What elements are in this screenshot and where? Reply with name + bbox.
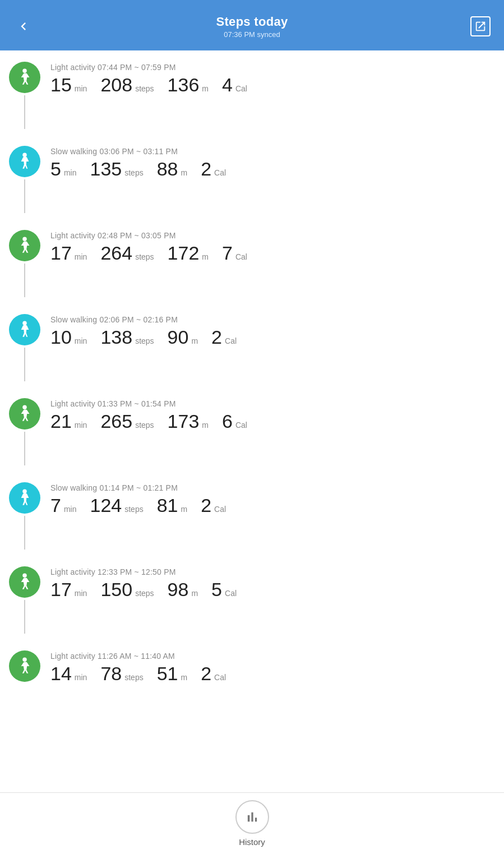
history-icon-circle [235, 800, 269, 834]
min-value: 14 [50, 664, 72, 683]
cal-unit: Cal [214, 673, 226, 682]
steps-unit: steps [124, 673, 143, 682]
dist-value: 98 [168, 580, 189, 599]
svg-point-5 [22, 490, 26, 493]
activity-item[interactable]: Light activity 01:33 PM ~ 01:54 PM 21 mi… [9, 387, 495, 471]
history-label: History [239, 837, 265, 847]
cal-value: 7 [222, 243, 233, 262]
min-unit: min [64, 505, 77, 514]
min-value: 7 [50, 496, 61, 515]
icon-col [9, 482, 40, 550]
header: Steps today 07:36 PM synced [0, 0, 504, 50]
stat-cal: 7 Cal [222, 243, 247, 262]
min-unit: min [75, 252, 87, 261]
svg-point-1 [22, 153, 26, 157]
activity-stats: 17 min 264 steps 172 m 7 Cal [50, 243, 495, 262]
svg-point-0 [22, 69, 26, 73]
activity-item[interactable]: Light activity 12:33 PM ~ 12:50 PM 17 mi… [9, 555, 495, 639]
min-unit: min [75, 673, 87, 682]
cal-unit: Cal [235, 252, 247, 261]
dist-value: 173 [168, 412, 200, 431]
dist-value: 51 [157, 664, 178, 683]
stat-steps: 135 steps [90, 159, 143, 178]
stat-dist: 90 m [168, 327, 198, 347]
stat-steps: 138 steps [100, 327, 154, 347]
activity-icon [9, 62, 40, 93]
icon-col [9, 314, 40, 381]
activity-label: Light activity 12:33 PM ~ 12:50 PM [50, 567, 495, 576]
stat-steps: 78 steps [100, 664, 143, 683]
min-unit: min [75, 421, 87, 430]
activity-stats: 7 min 124 steps 81 m 2 Cal [50, 496, 495, 515]
stat-min: 15 min [50, 75, 87, 94]
stat-steps: 124 steps [90, 496, 143, 515]
stat-dist: 173 m [168, 412, 209, 431]
stat-min: 10 min [50, 327, 87, 347]
dist-value: 81 [157, 496, 178, 515]
stat-dist: 136 m [168, 75, 209, 94]
cal-value: 2 [201, 496, 211, 515]
activity-item[interactable]: Light activity 02:48 PM ~ 03:05 PM 17 mi… [9, 219, 495, 303]
activity-stats: 5 min 135 steps 88 m 2 Cal [50, 159, 495, 178]
activity-item[interactable]: Light activity 07:44 PM ~ 07:59 PM 15 mi… [9, 50, 495, 135]
dist-value: 88 [157, 159, 178, 178]
min-value: 17 [50, 580, 72, 599]
min-unit: min [64, 168, 77, 177]
activity-stats: 14 min 78 steps 51 m 2 Cal [50, 664, 495, 683]
stat-min: 21 min [50, 412, 87, 431]
activity-label: Light activity 02:48 PM ~ 03:05 PM [50, 231, 495, 240]
back-button[interactable] [13, 16, 34, 36]
page-title: Steps today [216, 15, 288, 29]
activity-label: Slow walking 02:06 PM ~ 02:16 PM [50, 315, 495, 324]
activity-item[interactable]: Slow walking 03:06 PM ~ 03:11 PM 5 min 1… [9, 135, 495, 219]
activity-item[interactable]: Slow walking 01:14 PM ~ 01:21 PM 7 min 1… [9, 471, 495, 555]
activity-label: Slow walking 01:14 PM ~ 01:21 PM [50, 483, 495, 492]
activity-icon [9, 482, 40, 514]
min-unit: min [75, 84, 87, 93]
steps-value: 78 [100, 664, 122, 683]
stat-cal: 5 Cal [211, 580, 237, 599]
activity-content: Light activity 01:33 PM ~ 01:54 PM 21 mi… [50, 398, 495, 431]
icon-col [9, 398, 40, 465]
dist-value: 90 [168, 327, 189, 347]
bottom-nav: History [0, 792, 504, 854]
steps-unit: steps [124, 505, 143, 514]
cal-value: 2 [201, 159, 211, 178]
stat-steps: 264 steps [100, 243, 154, 262]
timeline-line [24, 600, 25, 634]
cal-value: 6 [222, 412, 233, 431]
steps-unit: steps [135, 252, 154, 261]
activity-content: Slow walking 01:14 PM ~ 01:21 PM 7 min 1… [50, 482, 495, 515]
activity-content: Slow walking 02:06 PM ~ 02:16 PM 10 min … [50, 314, 495, 347]
stat-min: 17 min [50, 243, 87, 262]
activity-icon [9, 650, 40, 682]
cal-value: 4 [222, 75, 233, 94]
steps-value: 150 [100, 580, 132, 599]
activity-stats: 10 min 138 steps 90 m 2 Cal [50, 327, 495, 347]
activity-label: Light activity 01:33 PM ~ 01:54 PM [50, 399, 495, 408]
sync-status: 07:36 PM synced [224, 30, 280, 39]
dist-unit: m [191, 336, 198, 345]
svg-point-4 [22, 405, 26, 409]
min-unit: min [75, 589, 87, 598]
stat-steps: 150 steps [100, 580, 154, 599]
cal-value: 5 [211, 580, 222, 599]
activity-item[interactable]: Slow walking 02:06 PM ~ 02:16 PM 10 min … [9, 303, 495, 387]
activity-content: Light activity 12:33 PM ~ 12:50 PM 17 mi… [50, 566, 495, 599]
steps-value: 208 [100, 75, 132, 94]
history-nav-item[interactable]: History [235, 800, 269, 847]
activity-item[interactable]: Light activity 11:26 AM ~ 11:40 AM 14 mi… [9, 639, 495, 689]
stat-cal: 2 Cal [211, 327, 237, 347]
svg-point-7 [22, 658, 26, 662]
export-button[interactable] [470, 16, 491, 36]
min-value: 15 [50, 75, 72, 94]
steps-value: 265 [100, 412, 132, 431]
steps-value: 135 [90, 159, 122, 178]
steps-value: 138 [100, 327, 132, 347]
cal-value: 2 [211, 327, 222, 347]
cal-unit: Cal [235, 84, 247, 93]
stat-dist: 81 m [157, 496, 188, 515]
icon-col [9, 146, 40, 213]
stat-min: 17 min [50, 580, 87, 599]
activity-content: Light activity 07:44 PM ~ 07:59 PM 15 mi… [50, 62, 495, 94]
